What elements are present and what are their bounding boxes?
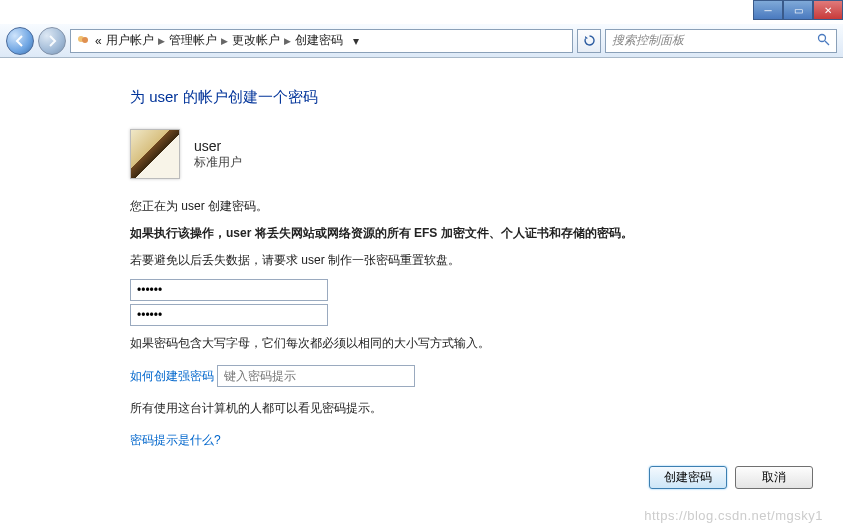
search-placeholder: 搜索控制面板	[612, 32, 684, 49]
user-name: user	[194, 138, 242, 154]
hint-note: 所有使用这台计算机的人都可以看见密码提示。	[130, 399, 690, 418]
nav-bar: « 用户帐户 ▶ 管理帐户 ▶ 更改帐户 ▶ 创建密码 ▾ 搜索控制面板	[0, 24, 843, 58]
breadcrumb-item[interactable]: 用户帐户	[106, 32, 154, 49]
breadcrumb-item[interactable]: 管理帐户	[169, 32, 217, 49]
forward-button[interactable]	[38, 27, 66, 55]
svg-point-1	[82, 37, 88, 43]
confirm-password-field[interactable]	[130, 304, 328, 326]
user-accounts-icon	[75, 33, 91, 49]
chevron-right-icon[interactable]: ▶	[221, 36, 228, 46]
user-type: 标准用户	[194, 154, 242, 171]
search-icon	[817, 33, 830, 49]
avatar	[130, 129, 180, 179]
address-bar[interactable]: « 用户帐户 ▶ 管理帐户 ▶ 更改帐户 ▶ 创建密码 ▾	[70, 29, 573, 53]
svg-point-2	[819, 34, 826, 41]
user-info-row: user 标准用户	[130, 129, 843, 179]
password-hint-field[interactable]	[217, 365, 415, 387]
address-dropdown[interactable]: ▾	[347, 34, 365, 48]
password-field[interactable]	[130, 279, 328, 301]
page-title: 为 user 的帐户创建一个密码	[130, 88, 843, 107]
svg-line-3	[825, 41, 829, 45]
maximize-button[interactable]: ▭	[783, 0, 813, 20]
info-text: 您正在为 user 创建密码。	[130, 197, 690, 216]
case-note: 如果密码包含大写字母，它们每次都必须以相同的大小写方式输入。	[130, 334, 690, 353]
content-area: 为 user 的帐户创建一个密码 user 标准用户 您正在为 user 创建密…	[0, 58, 843, 529]
back-button[interactable]	[6, 27, 34, 55]
breadcrumb-item[interactable]: 创建密码	[295, 32, 343, 49]
window-controls: ─ ▭ ✕	[753, 0, 843, 20]
hint-help-link[interactable]: 密码提示是什么?	[130, 432, 221, 449]
create-password-button[interactable]: 创建密码	[649, 466, 727, 489]
breadcrumb-item[interactable]: 更改帐户	[232, 32, 280, 49]
cancel-button[interactable]: 取消	[735, 466, 813, 489]
close-button[interactable]: ✕	[813, 0, 843, 20]
warning-text: 如果执行该操作，user 将丢失网站或网络资源的所有 EFS 加密文件、个人证书…	[130, 224, 690, 243]
refresh-button[interactable]	[577, 29, 601, 53]
strong-password-link[interactable]: 如何创建强密码	[130, 368, 214, 385]
minimize-button[interactable]: ─	[753, 0, 783, 20]
info-text: 若要避免以后丢失数据，请要求 user 制作一张密码重置软盘。	[130, 251, 690, 270]
watermark: https://blog.csdn.net/mgsky1	[644, 508, 823, 523]
chevron-right-icon[interactable]: ▶	[158, 36, 165, 46]
chevron-right-icon[interactable]: ▶	[284, 36, 291, 46]
footer-buttons: 创建密码 取消	[649, 466, 813, 489]
breadcrumb-prefix: «	[95, 34, 102, 48]
search-box[interactable]: 搜索控制面板	[605, 29, 837, 53]
